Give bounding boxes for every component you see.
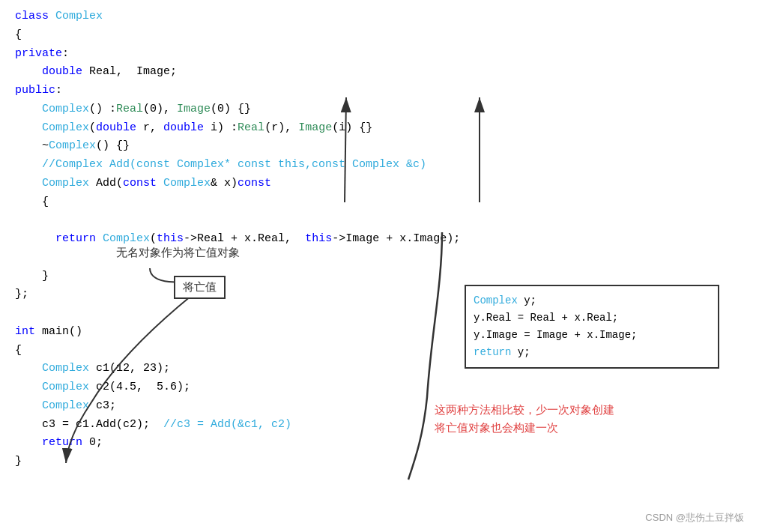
code-line-5: public: (15, 82, 744, 100)
jiangwang-box: 将亡值 (174, 276, 226, 299)
code-line-24: return 0; (15, 434, 744, 453)
code-line-3: private: (15, 45, 744, 64)
compare-text-1: 这两种方法相比较，少一次对象创建 (435, 403, 614, 417)
code-area: class Complex { private: double Real, Im… (0, 0, 759, 532)
right-box-line1: Complex y; (474, 292, 710, 309)
code-line-1: class Complex (15, 7, 744, 26)
code-line-6: Complex() :Real(0), Image(0) {} (15, 100, 744, 119)
code-line-11: { (15, 193, 744, 212)
compare-text-2: 将亡值对象也会构建一次 (435, 421, 558, 435)
right-box-line3: y.Image = Image + x.Image; (474, 327, 710, 344)
right-code-box: Complex y; y.Real = Real + x.Real; y.Ima… (465, 285, 719, 369)
code-line-7: Complex(double r, double i) :Real(r), Im… (15, 119, 744, 138)
code-line-23: c3 = c1.Add(c2); //c3 = Add(&c1, c2) (15, 416, 744, 435)
code-line-25: } (15, 453, 744, 471)
right-box-line4: return y; (474, 344, 710, 361)
code-line-8: ~Complex() {} (15, 137, 744, 156)
annotation-wumingduixiang: 无名对象作为将亡值对象 (116, 246, 240, 260)
code-line-15: } (15, 267, 744, 286)
watermark: CSDN @悲伤土豆拌饭 (645, 511, 744, 525)
code-line-10: Complex Add(const Complex& x)const (15, 175, 744, 193)
code-line-12 (15, 211, 744, 230)
code-line-22: Complex c3; (15, 397, 744, 416)
code-line-2: { (15, 26, 744, 45)
code-line-9: //Complex Add(const Complex* const this,… (15, 156, 744, 175)
code-line-4: double Real, Image; (15, 63, 744, 82)
right-box-line2: y.Real = Real + x.Real; (474, 309, 710, 327)
code-line-21: Complex c2(4.5, 5.6); (15, 378, 744, 397)
